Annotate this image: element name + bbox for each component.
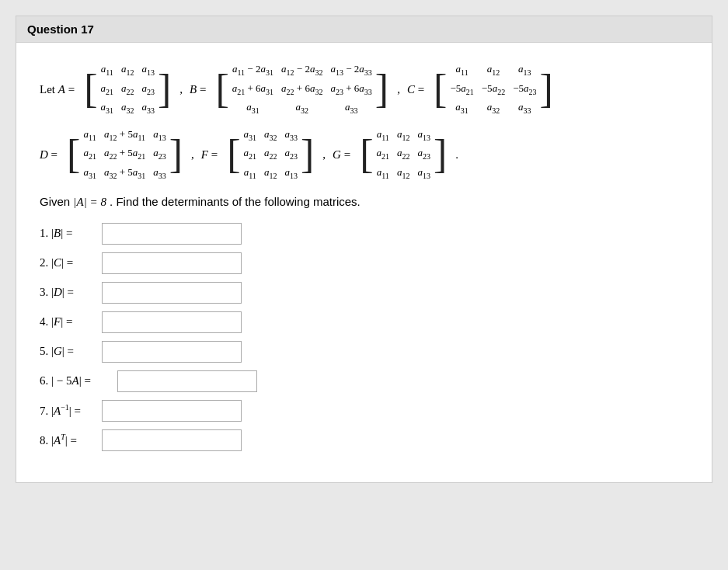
cell: a31 [100,99,113,117]
cell: a13 − 2a33 [330,61,371,79]
question-list: 1. |B| = 2. |C| = 3. |D| = 4. |F| = 5. |… [40,223,688,451]
comma: , [322,145,326,164]
cell: a13 [285,165,298,182]
cell: a13 [153,127,166,144]
cell: a22 [264,145,277,163]
bracket-D-left: [ [67,134,80,175]
question-item-6: 6. | − 5A| = [40,370,688,392]
cell: a12 + 5a11 [104,127,145,144]
G-label: G = [333,145,350,164]
cell: a21 [100,81,113,99]
bracket-D-right: ] [169,134,183,175]
cell: a32 + 5a31 [104,165,145,182]
D-label: D = [40,145,57,164]
cell: a31 [455,99,468,117]
cell: a12 [264,165,277,182]
cell: −5a22 [482,81,505,99]
bracket-C-left: [ [434,69,447,109]
B-label: B = [190,80,206,99]
bracket-G-left: [ [360,134,373,175]
q4-input[interactable] [102,311,242,333]
cell: a33 [285,127,298,144]
cell: a13 [418,127,431,144]
cell: a11 − 2a31 [232,61,273,79]
cell: a11 [377,165,389,182]
bracket-A-right: ] [158,69,171,109]
q7-input[interactable] [102,400,242,422]
cell: a33 [345,99,358,117]
matrix-row-2: D = [ a11 a12 + 5a11 a13 a21 a22 + 5a21 … [40,125,688,184]
q7-label: 7. |A−1| = [40,403,102,418]
cell: a22 + 6a32 [281,81,322,99]
cell: a31 [244,127,257,144]
given-text: Given |A| = 8 . Find the determinants of… [40,195,688,209]
cell: a33 [141,99,155,117]
cell: a21 [83,145,96,163]
cell: a12 − 2a32 [281,61,322,79]
comma: , [397,80,400,99]
cell: a23 [141,81,155,99]
matrix-D-grid: a11 a12 + 5a11 a13 a21 a22 + 5a21 a23 a3… [80,125,169,184]
q3-label: 3. |D| = [40,286,102,299]
q1-input[interactable] [102,223,242,245]
matrix-A-grid: a11 a12 a13 a21 a22 a23 a31 a32 a33 [97,60,158,119]
cell: a12 [397,127,410,144]
card-header: Question 17 [16,16,712,43]
q2-input[interactable] [102,252,242,274]
cell: a31 [83,165,96,182]
cell: a22 [397,145,410,163]
q5-label: 5. |G| = [40,345,102,358]
cell: −5a23 [513,81,536,99]
cell: a32 [121,99,134,117]
q8-input[interactable] [102,429,242,451]
cell: a11 [244,165,256,182]
bracket-A-left: [ [84,69,97,109]
cell: a12 [487,61,500,79]
cell: a11 [456,61,468,79]
C-label: C = [407,80,424,99]
cell: a13 [141,61,155,79]
period: . [455,145,458,164]
cell: a21 [377,145,390,163]
matrix-C-grid: a11 a12 a13 −5a21 −5a22 −5a23 a31 a32 a3… [447,60,539,119]
cell: a22 [121,81,134,99]
q5-input[interactable] [102,341,242,363]
let-a-label: Let A = [40,80,75,99]
matrix-D: [ a11 a12 + 5a11 a13 a21 a22 + 5a21 a23 … [67,125,183,184]
question-title: Question 17 [27,23,94,36]
card-body: Let A = [ a11 a12 a13 a21 a22 a23 a31 a3… [16,43,712,482]
matrices-section: Let A = [ a11 a12 a13 a21 a22 a23 a31 a3… [40,60,688,184]
cell: a23 [153,145,166,163]
q6-input[interactable] [117,370,257,392]
bracket-B-left: [ [215,69,228,109]
question-item-7: 7. |A−1| = [40,400,688,422]
cell: a23 + 6a33 [330,81,371,99]
cell: a23 [418,145,431,163]
q2-label: 2. |C| = [40,256,102,269]
matrix-F: [ a31 a32 a33 a21 a22 a23 a11 a12 a13 ] [227,125,314,184]
matrix-B: [ a11 − 2a31 a12 − 2a32 a13 − 2a33 a21 +… [215,60,388,119]
cell: a11 [377,127,389,144]
cell: a13 [518,61,531,79]
cell: a13 [418,165,431,182]
cell: a11 [101,61,113,79]
cell: a11 [84,127,96,144]
bracket-G-right: ] [434,134,447,175]
q6-label: 6. | − 5A| = [40,374,117,388]
cell: a21 [244,145,257,163]
cell: a33 [153,165,166,182]
question-item-8: 8. |AT| = [40,429,688,451]
cell: a22 + 5a21 [104,145,145,163]
cell: a12 [121,61,134,79]
question-item-3: 3. |D| = [40,282,688,304]
bracket-F-right: ] [301,134,314,175]
cell: a33 [518,99,531,117]
question-item-4: 4. |F| = [40,311,688,333]
q3-input[interactable] [102,282,242,304]
question-item-2: 2. |C| = [40,252,688,274]
question-item-5: 5. |G| = [40,341,688,363]
comma: , [179,80,183,99]
bracket-C-right: ] [539,69,552,109]
given-math: |A| = 8 [73,196,106,208]
cell: −5a21 [450,81,473,99]
